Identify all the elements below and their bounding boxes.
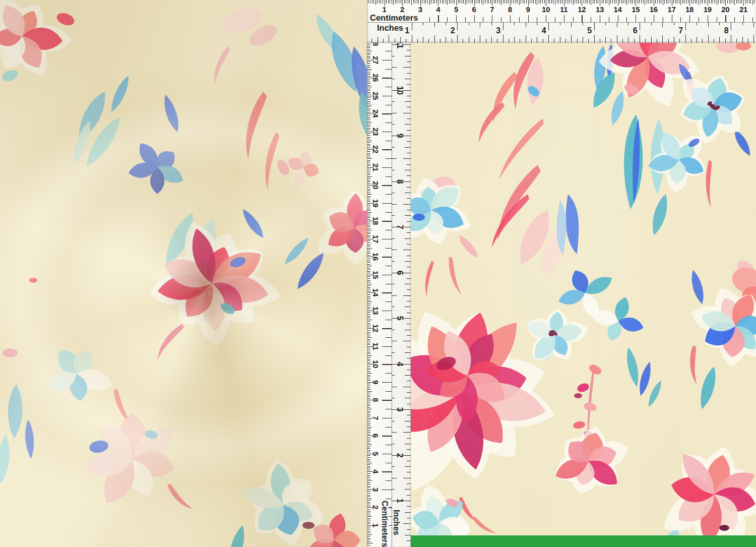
cm-number: 12: [372, 324, 380, 332]
mm-tick: [367, 511, 370, 512]
mm-tick: [367, 423, 370, 424]
mm-tick: [512, 0, 512, 4]
mm-tick: [367, 445, 372, 445]
mm-tick: [393, 0, 394, 5]
mm-tick: [367, 534, 372, 535]
sub-inch-tick: [392, 466, 395, 467]
mm-tick: [367, 518, 370, 519]
eighth-inch-tick: [417, 39, 418, 43]
mm-tick: [381, 0, 381, 4]
mm-tick: [367, 225, 370, 225]
cm-tick: [382, 96, 392, 96]
half-cm-tick: [483, 17, 483, 22]
mm-tick: [367, 318, 370, 318]
half-cm-tick: [386, 320, 392, 320]
mm-tick: [693, 0, 694, 4]
eighth-inch-tick: [407, 50, 411, 50]
eighth-inch-tick: [725, 39, 726, 43]
mm-tick: [367, 357, 370, 357]
cm-number: 14: [372, 288, 380, 296]
half-cm-tick: [386, 51, 392, 51]
mm-tick: [367, 491, 370, 492]
mm-tick: [623, 0, 623, 4]
cm-number: 19: [372, 199, 380, 207]
mm-tick: [485, 0, 485, 4]
sub-inch-tick: [392, 101, 395, 102]
cm-tick: [382, 292, 392, 293]
eighth-inch-tick: [407, 141, 411, 142]
mm-tick: [413, 0, 414, 4]
mm-tick: [715, 0, 715, 4]
eighth-inch-tick: [708, 35, 709, 43]
mm-tick: [368, 0, 368, 4]
cm-number: 8: [372, 398, 380, 402]
eighth-inch-tick: [403, 273, 411, 273]
inch-tick: [731, 22, 731, 30]
eighth-inch-tick: [719, 37, 720, 43]
half-cm-tick: [573, 17, 574, 22]
mm-tick: [409, 0, 410, 4]
mm-tick: [367, 373, 372, 374]
mm-tick: [575, 0, 575, 4]
mm-tick: [578, 0, 579, 4]
mm-tick: [367, 543, 373, 543]
cm-number: 17: [372, 235, 380, 243]
mm-tick: [476, 0, 476, 4]
mm-tick: [666, 0, 667, 4]
mm-tick: [367, 47, 370, 48]
eighth-inch-tick: [407, 313, 411, 313]
mm-tick: [367, 212, 372, 213]
mm-tick: [367, 181, 370, 182]
mm-tick: [367, 115, 370, 116]
eighth-inch-tick: [565, 39, 566, 43]
mm-tick: [367, 80, 370, 80]
mm-tick: [367, 502, 370, 503]
mm-tick: [472, 0, 473, 4]
eighth-inch-tick: [407, 244, 411, 245]
mm-tick: [577, 0, 577, 4]
mm-tick: [367, 262, 370, 263]
cm-tick: [438, 15, 438, 22]
mm-tick: [508, 0, 509, 4]
cm-tick: [510, 15, 511, 22]
eighth-inch-tick: [405, 193, 411, 193]
mm-tick: [706, 0, 706, 4]
cm-number: 13: [372, 307, 380, 315]
eighth-inch-tick: [403, 409, 411, 410]
mm-tick: [367, 296, 370, 297]
mm-tick: [641, 0, 642, 4]
eighth-inch-tick: [389, 35, 389, 43]
mm-tick: [481, 0, 482, 4]
mm-tick: [367, 391, 372, 392]
mm-tick: [462, 0, 462, 4]
mm-tick: [573, 0, 574, 5]
mm-tick: [367, 110, 370, 110]
mm-tick: [648, 0, 649, 4]
mm-tick: [367, 434, 370, 435]
mm-tick: [697, 0, 697, 4]
mm-tick: [367, 334, 370, 334]
eighth-inch-tick: [651, 37, 652, 43]
mm-tick: [702, 0, 703, 4]
eighth-inch-tick: [407, 438, 411, 439]
mm-tick: [367, 97, 370, 98]
mm-tick: [367, 235, 370, 236]
eighth-inch-tick: [674, 37, 674, 43]
mm-tick: [668, 0, 668, 4]
mm-tick: [367, 133, 370, 134]
cm-tick: [382, 400, 392, 400]
cm-tick: [654, 15, 654, 22]
eighth-inch-tick: [617, 35, 617, 43]
mm-tick: [483, 0, 483, 5]
mm-tick: [367, 539, 370, 540]
cm-tick: [618, 15, 618, 22]
mm-tick: [747, 0, 747, 4]
mm-tick: [367, 151, 370, 152]
mm-tick: [557, 0, 557, 4]
mm-tick: [367, 531, 370, 531]
vertical-ruler: Centimeters Inches 123456789101112131415…: [367, 43, 411, 547]
mm-tick: [424, 0, 424, 4]
mm-tick: [734, 0, 735, 5]
eighth-inch-tick: [407, 232, 411, 233]
mm-tick: [367, 343, 370, 343]
